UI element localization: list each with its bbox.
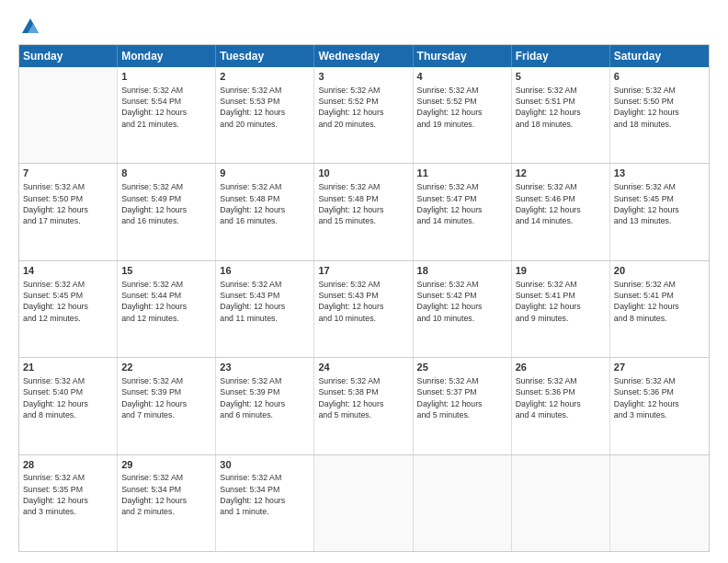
calendar-cell: 19Sunrise: 5:32 AMSunset: 5:41 PMDayligh…	[512, 261, 610, 357]
calendar-cell: 16Sunrise: 5:32 AMSunset: 5:43 PMDayligh…	[216, 261, 314, 357]
calendar-cell: 30Sunrise: 5:32 AMSunset: 5:34 PMDayligh…	[216, 455, 314, 551]
day-number: 5	[516, 70, 606, 84]
day-info: Sunrise: 5:32 AMSunset: 5:39 PMDaylight:…	[220, 375, 310, 420]
calendar-row-3: 21Sunrise: 5:32 AMSunset: 5:40 PMDayligh…	[19, 357, 709, 454]
calendar-cell: 3Sunrise: 5:32 AMSunset: 5:52 PMDaylight…	[314, 67, 413, 163]
header-day-sunday: Sunday	[19, 45, 118, 67]
calendar-cell	[19, 67, 118, 163]
day-info: Sunrise: 5:32 AMSunset: 5:34 PMDaylight:…	[121, 472, 211, 517]
calendar-cell: 11Sunrise: 5:32 AMSunset: 5:47 PMDayligh…	[414, 164, 512, 259]
day-number: 24	[318, 361, 408, 374]
calendar-cell: 18Sunrise: 5:32 AMSunset: 5:42 PMDayligh…	[414, 261, 512, 357]
calendar-cell	[610, 455, 709, 551]
day-number: 10	[318, 167, 408, 180]
day-number: 2	[220, 70, 310, 84]
day-info: Sunrise: 5:32 AMSunset: 5:36 PMDaylight:…	[614, 375, 705, 420]
day-number: 14	[23, 264, 113, 278]
calendar-row-0: 1Sunrise: 5:32 AMSunset: 5:54 PMDaylight…	[19, 67, 709, 163]
day-info: Sunrise: 5:32 AMSunset: 5:36 PMDaylight:…	[516, 375, 606, 420]
day-number: 23	[220, 361, 310, 374]
day-number: 27	[614, 361, 705, 374]
day-number: 4	[417, 70, 507, 84]
calendar-cell: 8Sunrise: 5:32 AMSunset: 5:49 PMDaylight…	[118, 164, 216, 259]
calendar-body: 1Sunrise: 5:32 AMSunset: 5:54 PMDaylight…	[19, 67, 709, 551]
day-info: Sunrise: 5:32 AMSunset: 5:41 PMDaylight:…	[516, 279, 606, 324]
calendar-cell: 17Sunrise: 5:32 AMSunset: 5:43 PMDayligh…	[314, 261, 413, 357]
calendar-row-2: 14Sunrise: 5:32 AMSunset: 5:45 PMDayligh…	[19, 260, 709, 357]
page: SundayMondayTuesdayWednesdayThursdayFrid…	[0, 0, 728, 563]
day-number: 25	[417, 361, 507, 374]
logo-icon	[20, 17, 40, 37]
day-number: 20	[614, 264, 705, 278]
calendar-cell: 25Sunrise: 5:32 AMSunset: 5:37 PMDayligh…	[414, 358, 512, 454]
calendar-cell: 12Sunrise: 5:32 AMSunset: 5:46 PMDayligh…	[512, 164, 610, 259]
day-info: Sunrise: 5:32 AMSunset: 5:37 PMDaylight:…	[417, 375, 507, 420]
calendar-cell: 28Sunrise: 5:32 AMSunset: 5:35 PMDayligh…	[19, 455, 118, 551]
day-number: 8	[121, 167, 211, 180]
calendar-cell	[512, 455, 610, 551]
day-number: 12	[516, 167, 606, 180]
day-number: 29	[121, 458, 211, 472]
header-day-thursday: Thursday	[414, 45, 512, 67]
day-number: 19	[516, 264, 606, 278]
calendar-cell: 2Sunrise: 5:32 AMSunset: 5:53 PMDaylight…	[216, 67, 314, 163]
day-number: 7	[23, 167, 113, 180]
day-info: Sunrise: 5:32 AMSunset: 5:43 PMDaylight:…	[318, 279, 408, 324]
header-day-friday: Friday	[512, 45, 610, 67]
day-number: 30	[220, 458, 310, 472]
header-day-monday: Monday	[118, 45, 216, 67]
calendar-row-4: 28Sunrise: 5:32 AMSunset: 5:35 PMDayligh…	[19, 454, 709, 551]
day-info: Sunrise: 5:32 AMSunset: 5:49 PMDaylight:…	[121, 181, 211, 226]
calendar-cell: 26Sunrise: 5:32 AMSunset: 5:36 PMDayligh…	[512, 358, 610, 454]
day-info: Sunrise: 5:32 AMSunset: 5:44 PMDaylight:…	[121, 279, 211, 324]
calendar-cell: 24Sunrise: 5:32 AMSunset: 5:38 PMDayligh…	[314, 358, 413, 454]
calendar-cell: 10Sunrise: 5:32 AMSunset: 5:48 PMDayligh…	[314, 164, 413, 259]
calendar-cell: 20Sunrise: 5:32 AMSunset: 5:41 PMDayligh…	[610, 261, 709, 357]
calendar-cell: 13Sunrise: 5:32 AMSunset: 5:45 PMDayligh…	[610, 164, 709, 259]
day-info: Sunrise: 5:32 AMSunset: 5:41 PMDaylight:…	[614, 279, 705, 324]
day-number: 16	[220, 264, 310, 278]
calendar-cell: 9Sunrise: 5:32 AMSunset: 5:48 PMDaylight…	[216, 164, 314, 259]
day-number: 9	[220, 167, 310, 180]
day-info: Sunrise: 5:32 AMSunset: 5:43 PMDaylight:…	[220, 279, 310, 324]
day-info: Sunrise: 5:32 AMSunset: 5:34 PMDaylight:…	[220, 472, 310, 517]
header	[18, 17, 710, 37]
day-info: Sunrise: 5:32 AMSunset: 5:52 PMDaylight:…	[417, 85, 507, 130]
calendar-cell: 4Sunrise: 5:32 AMSunset: 5:52 PMDaylight…	[414, 67, 512, 163]
day-number: 18	[417, 264, 507, 278]
day-info: Sunrise: 5:32 AMSunset: 5:54 PMDaylight:…	[121, 85, 211, 130]
header-day-tuesday: Tuesday	[216, 45, 314, 67]
day-number: 15	[121, 264, 211, 278]
calendar-cell	[414, 455, 512, 551]
day-number: 6	[614, 70, 705, 84]
day-number: 21	[23, 361, 113, 374]
day-info: Sunrise: 5:32 AMSunset: 5:51 PMDaylight:…	[516, 85, 606, 130]
day-info: Sunrise: 5:32 AMSunset: 5:47 PMDaylight:…	[417, 181, 507, 226]
calendar-cell: 21Sunrise: 5:32 AMSunset: 5:40 PMDayligh…	[19, 358, 118, 454]
calendar-cell: 5Sunrise: 5:32 AMSunset: 5:51 PMDaylight…	[512, 67, 610, 163]
calendar-cell	[314, 455, 413, 551]
calendar-cell: 29Sunrise: 5:32 AMSunset: 5:34 PMDayligh…	[118, 455, 216, 551]
calendar-cell: 23Sunrise: 5:32 AMSunset: 5:39 PMDayligh…	[216, 358, 314, 454]
day-number: 13	[614, 167, 705, 180]
logo	[18, 17, 40, 37]
day-info: Sunrise: 5:32 AMSunset: 5:53 PMDaylight:…	[220, 85, 310, 130]
day-info: Sunrise: 5:32 AMSunset: 5:50 PMDaylight:…	[23, 181, 113, 226]
calendar-cell: 14Sunrise: 5:32 AMSunset: 5:45 PMDayligh…	[19, 261, 118, 357]
day-info: Sunrise: 5:32 AMSunset: 5:46 PMDaylight:…	[516, 181, 606, 226]
calendar-cell: 1Sunrise: 5:32 AMSunset: 5:54 PMDaylight…	[118, 67, 216, 163]
day-info: Sunrise: 5:32 AMSunset: 5:45 PMDaylight:…	[614, 181, 705, 226]
day-info: Sunrise: 5:32 AMSunset: 5:50 PMDaylight:…	[614, 85, 705, 130]
day-info: Sunrise: 5:32 AMSunset: 5:45 PMDaylight:…	[23, 279, 113, 324]
header-day-wednesday: Wednesday	[314, 45, 413, 67]
day-info: Sunrise: 5:32 AMSunset: 5:39 PMDaylight:…	[121, 375, 211, 420]
day-info: Sunrise: 5:32 AMSunset: 5:38 PMDaylight:…	[318, 375, 408, 420]
day-number: 11	[417, 167, 507, 180]
calendar-header: SundayMondayTuesdayWednesdayThursdayFrid…	[19, 45, 709, 67]
day-info: Sunrise: 5:32 AMSunset: 5:35 PMDaylight:…	[23, 472, 113, 517]
day-info: Sunrise: 5:32 AMSunset: 5:40 PMDaylight:…	[23, 375, 113, 420]
day-info: Sunrise: 5:32 AMSunset: 5:52 PMDaylight:…	[318, 85, 408, 130]
calendar-row-1: 7Sunrise: 5:32 AMSunset: 5:50 PMDaylight…	[19, 163, 709, 259]
day-number: 26	[516, 361, 606, 374]
header-day-saturday: Saturday	[610, 45, 709, 67]
